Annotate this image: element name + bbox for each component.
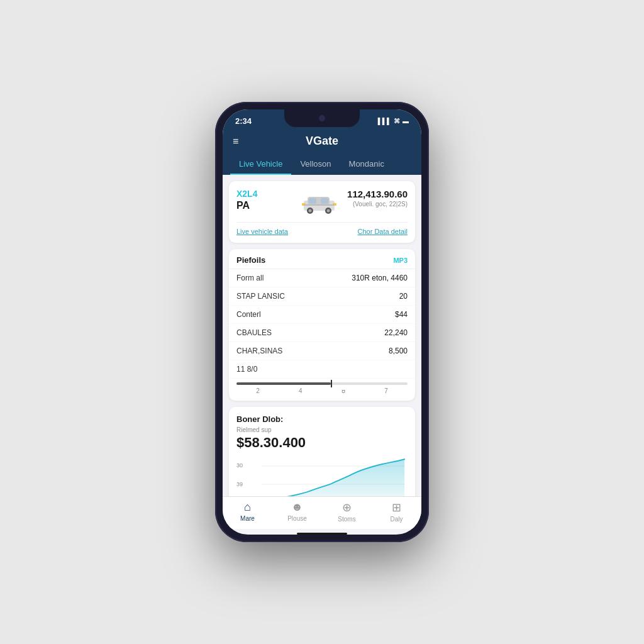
car-icon [299,191,340,216]
status-icons: ▌▌▌ ⌘ ▬ [378,118,409,125]
home-indicator [297,533,347,535]
wifi-icon: ⌘ [394,118,400,125]
detail-link[interactable]: Chor Data detail [358,228,408,235]
content-area: X2L4 PA [223,175,421,496]
svg-rect-2 [309,198,316,204]
chart-subtitle: Rielmed sup [236,426,408,433]
svg-rect-3 [321,198,328,204]
progress-fill [236,382,331,385]
camera-dot [319,115,325,121]
bottom-nav: ⌂ Mare ☻ Plouse ⊕ Stoms ⊞ Daly [223,496,421,529]
vehicle-value: 112,413.90.60 (Voueli. goc, 22|2S) [347,189,408,208]
table-row: CHAR,SINAS 8,500 [229,342,415,360]
daly-icon: ⊞ [392,501,401,514]
value-number: 112,413.90.60 [347,189,408,199]
chart-container: 30 39 30 [236,456,408,496]
phone-notch [284,109,360,127]
app-header: ≡ VGate [223,130,421,154]
chart-y-labels: 30 39 30 [236,456,243,496]
progress-bar-bg [236,382,408,385]
table-header: Piefoils MP3 [229,249,415,269]
hamburger-icon[interactable]: ≡ [233,136,238,147]
table-row: CBAULES 22,240 [229,324,415,342]
line-chart-svg [236,456,408,496]
table-title: Piefoils [236,255,265,265]
tab-mondanic[interactable]: Mondanic [340,154,393,175]
table-row: Form all 310R eton, 4460 [229,269,415,287]
tab-live-vehicle[interactable]: Live Vehicle [230,154,291,175]
vehicle-id: X2L4 [236,189,291,199]
vehicle-image [297,189,341,217]
vehicle-top: X2L4 PA [236,189,408,217]
nav-label-plouse: Plouse [287,515,307,522]
plouse-icon: ☻ [291,501,303,514]
live-data-link[interactable]: Live vehicle data [236,228,288,235]
chart-section: Boner Dlob: Rielmed sup $58.30.400 30 39… [229,407,415,496]
vehicle-card: X2L4 PA [229,181,415,243]
chart-big-value: $58.30.400 [236,435,408,451]
nav-label-home: Mare [240,515,255,522]
table-row: Conterl $44 [229,306,415,324]
nav-label-daly: Daly [390,516,402,523]
nav-item-home[interactable]: ⌂ Mare [232,501,264,523]
progress-tick [331,380,332,387]
svg-point-5 [308,209,311,212]
value-sub: (Voueli. goc, 22|2S) [347,201,408,208]
home-icon: ⌂ [244,501,251,514]
vehicle-plate: PA [236,200,291,211]
svg-point-7 [326,209,330,212]
signal-icon: ▌▌▌ [378,118,391,125]
battery-icon: ▬ [402,118,409,125]
table-row: STAP LANSIC 20 [229,287,415,306]
phone-screen: 2:34 ▌▌▌ ⌘ ▬ ≡ VGate Live Vehicle Vellos… [223,109,421,535]
progress-bar-container: 2 4 ʊ 7 [229,379,415,401]
vehicle-actions: Live vehicle data Chor Data detail [236,222,408,235]
svg-rect-10 [304,204,335,206]
nav-item-plouse[interactable]: ☻ Plouse [282,501,313,523]
stoms-icon: ⊕ [342,501,352,514]
tabs-bar: Live Vehicle Velloson Mondanic [223,154,421,175]
vehicle-info-left: X2L4 PA [236,189,291,211]
phone-frame: 2:34 ▌▌▌ ⌘ ▬ ≡ VGate Live Vehicle Vellos… [215,102,429,542]
chart-section-title: Boner Dlob: [236,414,408,424]
progress-labels: 2 4 ʊ 7 [236,387,408,394]
table-row-last: 11 8/0 [229,360,415,379]
status-time: 2:34 [235,116,252,126]
tab-velloson[interactable]: Velloson [291,154,340,175]
nav-item-daly[interactable]: ⊞ Daly [381,501,413,523]
nav-label-stoms: Stoms [338,516,355,523]
app-title: VGate [306,135,338,148]
nav-item-stoms[interactable]: ⊕ Stoms [331,501,363,523]
table-unit: MP3 [393,257,408,264]
data-table-card: Piefoils MP3 Form all 310R eton, 4460 ST… [229,249,415,401]
